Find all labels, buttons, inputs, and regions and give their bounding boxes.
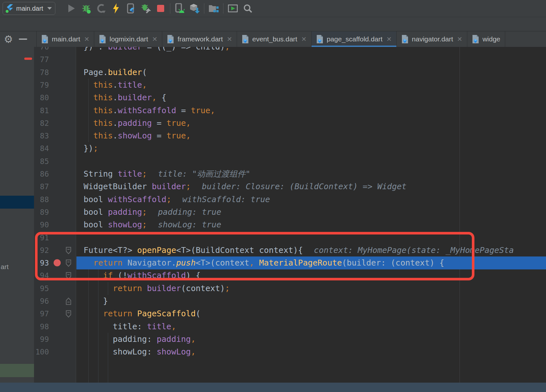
project-highlighted-row[interactable] <box>0 364 34 377</box>
tab-main-dart[interactable]: main.dart✕ <box>37 31 94 47</box>
hide-panel-icon[interactable] <box>19 38 27 40</box>
code-line-91: 91 <box>34 231 546 244</box>
line-number[interactable]: 87 <box>34 180 49 193</box>
line-number[interactable]: 92 <box>34 244 49 257</box>
run-icon[interactable] <box>64 2 79 15</box>
code-text: bool showLog;showLog: true <box>84 218 221 231</box>
code-line-94: 94if (!withScaffold) { <box>34 269 546 282</box>
hot-restart-icon[interactable] <box>123 2 138 15</box>
hot-reload-icon[interactable] <box>108 2 123 15</box>
code-text: title: title, <box>113 320 176 333</box>
code-line-83: 83this.showLog = true, <box>34 129 546 142</box>
debugger-inline-hint: context: MyHomePage(state: _MyHomePageSt… <box>314 245 514 255</box>
tab-logmixin-dart[interactable]: logmixin.dart✕ <box>94 31 162 47</box>
code-line-79: 79this.title, <box>34 79 546 92</box>
project-structure-icon[interactable] <box>206 2 221 15</box>
code-text: return Navigator.push<T>(context, Materi… <box>93 256 444 269</box>
fold-marker-icon[interactable] <box>66 272 71 281</box>
code-text: this.builder, { <box>93 91 166 104</box>
line-number[interactable]: 99 <box>34 333 49 346</box>
code-line-78: 78Page.builder( <box>34 66 546 79</box>
line-number[interactable]: 86 <box>34 168 49 180</box>
tab-label: framework.dart <box>177 35 223 43</box>
project-panel[interactable]: art <box>0 47 34 383</box>
code-text: padding: padding, <box>113 333 196 346</box>
line-number[interactable]: 80 <box>34 91 49 104</box>
attach-debugger-icon[interactable] <box>138 2 153 15</box>
code-line-82: 82this.padding = true, <box>34 117 546 130</box>
tab-navigator-dart[interactable]: navigator.dart✕ <box>397 31 467 47</box>
line-number[interactable]: 79 <box>34 79 49 92</box>
code-text: Page.builder( <box>84 66 147 79</box>
settings-gear-icon[interactable]: ⚙ <box>4 34 13 44</box>
fold-marker-icon[interactable] <box>66 259 71 268</box>
close-tab-icon[interactable]: ✕ <box>457 35 462 43</box>
line-number[interactable]: 77 <box>34 53 49 66</box>
project-selected-row[interactable] <box>0 196 34 209</box>
line-number[interactable]: 78 <box>34 66 49 79</box>
line-number[interactable]: 100 <box>34 345 49 358</box>
profile-icon[interactable] <box>94 2 108 15</box>
dart-file-icon <box>99 35 106 44</box>
line-number[interactable]: 76 <box>34 47 49 53</box>
run-configuration-label: main.dart <box>16 5 43 12</box>
breakpoint-icon[interactable] <box>53 259 61 268</box>
line-number[interactable]: 83 <box>34 129 49 142</box>
line-number[interactable]: 97 <box>34 307 49 320</box>
tab-page_scaffold-dart[interactable]: page_scaffold.dart✕ <box>312 31 397 47</box>
run-dashboard-icon[interactable] <box>225 2 240 15</box>
main-area: art 76}) : builder = ((_) => child);7778… <box>0 47 546 383</box>
close-tab-icon[interactable]: ✕ <box>227 35 232 43</box>
main-toolbar: main.dart <box>0 0 546 17</box>
code-line-80: 80this.builder, { <box>34 91 546 104</box>
toolbar-separator <box>170 3 170 14</box>
close-tab-icon[interactable]: ✕ <box>386 35 392 43</box>
flutter-logo-icon <box>6 4 13 13</box>
tab-framework-dart[interactable]: framework.dart✕ <box>162 31 237 47</box>
code-text: }) : builder = ((_) => child); <box>84 47 230 53</box>
navigation-bar <box>0 17 546 31</box>
code-text: return PageScaffold( <box>103 307 200 320</box>
search-icon[interactable] <box>240 2 255 15</box>
line-number[interactable]: 82 <box>34 117 49 130</box>
code-text: }); <box>84 142 98 155</box>
line-number[interactable]: 85 <box>34 155 49 168</box>
code-line-89: 89bool padding;padding: true <box>34 206 546 219</box>
fold-marker-icon[interactable] <box>66 247 71 256</box>
code-line-95: 95return builder(context); <box>34 282 546 295</box>
code-line-92: 92Future<T?> openPage<T>(BuildContext co… <box>34 244 546 257</box>
code-text: this.withScaffold = true, <box>93 104 215 117</box>
run-configuration-select[interactable]: main.dart <box>3 2 55 15</box>
line-number[interactable]: 95 <box>34 282 49 295</box>
line-number[interactable]: 84 <box>34 142 49 155</box>
code-text: if (!withScaffold) { <box>103 269 200 282</box>
line-number[interactable]: 81 <box>34 104 49 117</box>
stop-icon[interactable] <box>153 2 168 15</box>
close-tab-icon[interactable]: ✕ <box>84 35 90 43</box>
line-number[interactable]: 93 <box>34 256 49 269</box>
debug-icon[interactable] <box>79 2 94 15</box>
tab-event_bus-dart[interactable]: event_bus.dart✕ <box>237 31 312 47</box>
sdk-manager-icon[interactable] <box>187 2 202 15</box>
line-number[interactable]: 96 <box>34 295 49 308</box>
line-number[interactable]: 90 <box>34 218 49 231</box>
close-tab-icon[interactable]: ✕ <box>152 35 157 43</box>
fold-marker-icon[interactable] <box>66 298 71 306</box>
device-manager-icon[interactable] <box>172 2 187 15</box>
line-number[interactable]: 98 <box>34 320 49 333</box>
fold-marker-icon[interactable] <box>66 310 71 319</box>
debugger-inline-hint: builder: Closure: (BuildContext) => Widg… <box>202 182 406 191</box>
tab-widge[interactable]: widge <box>467 31 505 47</box>
line-number[interactable]: 89 <box>34 206 49 219</box>
line-number[interactable]: 88 <box>34 193 49 206</box>
code-editor[interactable]: 76}) : builder = ((_) => child);7778Page… <box>34 47 546 383</box>
modified-indicator <box>24 58 32 60</box>
code-line-90: 90bool showLog;showLog: true <box>34 218 546 231</box>
debugger-inline-hint: withScaffold: true <box>182 195 270 204</box>
close-tab-icon[interactable]: ✕ <box>301 35 307 43</box>
project-item-label[interactable]: art <box>1 263 9 271</box>
code-text: } <box>103 295 108 308</box>
line-number[interactable]: 91 <box>34 231 49 244</box>
code-line-97: 97return PageScaffold( <box>34 307 546 320</box>
line-number[interactable]: 94 <box>34 269 49 282</box>
